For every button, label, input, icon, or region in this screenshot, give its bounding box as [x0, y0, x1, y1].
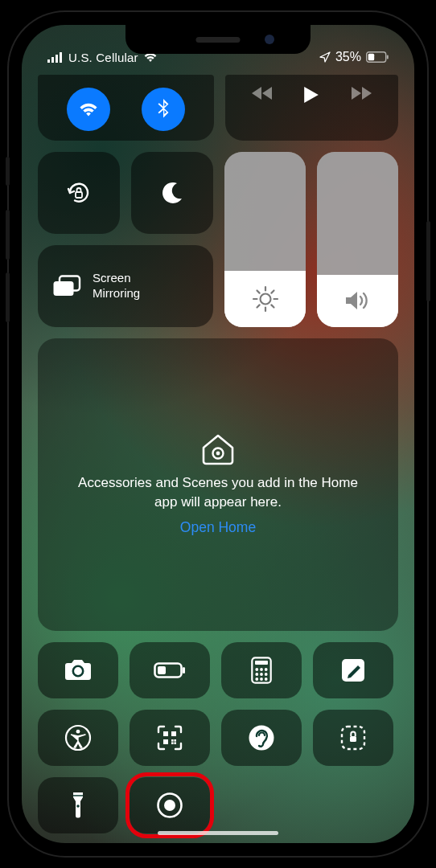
- qr-code-shortcut[interactable]: [130, 710, 210, 766]
- svg-point-38: [76, 730, 80, 734]
- brightness-icon: [252, 285, 279, 313]
- home-module[interactable]: Accessories and Scenes you add in the Ho…: [38, 338, 398, 631]
- mute-switch[interactable]: [6, 157, 10, 186]
- svg-rect-1: [51, 57, 54, 63]
- iphone-frame: U.S. Cellular 35%: [9, 12, 427, 856]
- home-message: Accessories and Scenes you add in the Ho…: [70, 473, 366, 512]
- carrier-label: U.S. Cellular: [68, 51, 138, 64]
- accessibility-icon: [64, 724, 92, 751]
- svg-point-32: [265, 673, 268, 676]
- flashlight-shortcut[interactable]: [38, 777, 118, 833]
- svg-point-28: [260, 668, 263, 671]
- screen: U.S. Cellular 35%: [22, 25, 414, 843]
- guided-access-icon: [339, 724, 367, 751]
- home-icon: [200, 433, 236, 465]
- do-not-disturb-toggle[interactable]: [131, 152, 213, 234]
- volume-icon: [343, 289, 372, 312]
- side-button[interactable]: [426, 221, 430, 301]
- svg-point-33: [255, 678, 258, 681]
- svg-rect-45: [174, 739, 176, 742]
- volume-down-button[interactable]: [6, 272, 10, 322]
- calculator-shortcut[interactable]: [221, 642, 302, 698]
- rewind-icon: [251, 86, 275, 100]
- guided-access-shortcut[interactable]: [313, 710, 393, 766]
- battery-percent-label: 35%: [335, 50, 361, 64]
- wifi-toggle[interactable]: [67, 88, 110, 131]
- bluetooth-toggle[interactable]: [142, 88, 185, 131]
- battery-icon: [154, 662, 186, 678]
- forward-button[interactable]: [348, 86, 372, 104]
- svg-point-52: [164, 800, 175, 811]
- svg-rect-40: [171, 731, 176, 736]
- moon-icon: [160, 181, 184, 205]
- front-camera: [265, 35, 274, 44]
- screen-mirroring-button[interactable]: Screen Mirroring: [38, 245, 213, 327]
- home-indicator[interactable]: [158, 831, 278, 835]
- screen-mirroring-icon: [52, 275, 81, 297]
- svg-rect-5: [368, 54, 375, 61]
- rewind-button[interactable]: [251, 86, 275, 104]
- media-module[interactable]: [225, 75, 398, 141]
- connectivity-module[interactable]: [38, 75, 214, 141]
- svg-point-35: [265, 678, 268, 681]
- svg-point-34: [260, 678, 263, 681]
- notes-shortcut[interactable]: [313, 642, 393, 698]
- volume-slider[interactable]: [317, 152, 398, 327]
- shortcut-grid: [38, 642, 398, 833]
- orientation-lock-icon: [64, 178, 94, 208]
- svg-rect-44: [171, 742, 174, 744]
- svg-rect-43: [174, 742, 176, 744]
- svg-rect-50: [73, 795, 83, 796]
- qr-code-icon: [157, 725, 183, 751]
- wifi-icon: [78, 101, 99, 117]
- svg-rect-7: [76, 192, 82, 198]
- svg-point-20: [216, 451, 220, 455]
- svg-rect-23: [183, 667, 185, 674]
- speaker-grille: [196, 37, 241, 43]
- notch: [125, 25, 311, 54]
- camera-icon: [63, 659, 93, 682]
- svg-point-27: [255, 668, 258, 671]
- brightness-slider[interactable]: [224, 152, 306, 327]
- svg-rect-0: [47, 59, 50, 63]
- svg-rect-39: [163, 731, 168, 736]
- svg-rect-9: [54, 281, 74, 296]
- svg-line-18: [271, 291, 274, 293]
- open-home-link[interactable]: Open Home: [180, 519, 256, 536]
- svg-rect-42: [171, 739, 174, 742]
- svg-line-16: [271, 305, 274, 308]
- svg-point-10: [260, 294, 270, 305]
- forward-icon: [348, 86, 372, 100]
- notes-icon: [340, 657, 366, 683]
- play-button[interactable]: [303, 86, 319, 107]
- battery-icon: [366, 51, 389, 63]
- flashlight-icon: [71, 791, 85, 820]
- svg-point-31: [260, 673, 263, 676]
- svg-point-49: [76, 805, 80, 808]
- volume-up-button[interactable]: [6, 210, 10, 260]
- screen-recording-shortcut[interactable]: [130, 777, 210, 833]
- svg-rect-41: [163, 739, 168, 744]
- location-arrow-icon: [319, 51, 331, 63]
- svg-line-15: [257, 291, 259, 293]
- hearing-icon: [248, 724, 275, 751]
- camera-shortcut[interactable]: [38, 642, 118, 698]
- screen-record-icon: [155, 791, 184, 820]
- orientation-lock-toggle[interactable]: [38, 152, 120, 234]
- svg-line-17: [257, 305, 259, 308]
- svg-rect-6: [387, 55, 389, 59]
- svg-rect-2: [56, 55, 58, 63]
- svg-point-29: [265, 668, 268, 671]
- bluetooth-icon: [157, 99, 170, 120]
- cellular-signal-icon: [47, 52, 64, 63]
- svg-point-30: [255, 673, 258, 676]
- calculator-icon: [251, 657, 272, 684]
- svg-rect-48: [350, 736, 356, 742]
- play-icon: [303, 86, 319, 104]
- svg-rect-26: [255, 661, 268, 665]
- hearing-shortcut[interactable]: [221, 710, 302, 766]
- screen-mirroring-label: Screen Mirroring: [93, 271, 140, 301]
- svg-rect-24: [158, 666, 166, 674]
- low-power-mode-shortcut[interactable]: [130, 642, 210, 698]
- accessibility-shortcut[interactable]: [38, 710, 118, 766]
